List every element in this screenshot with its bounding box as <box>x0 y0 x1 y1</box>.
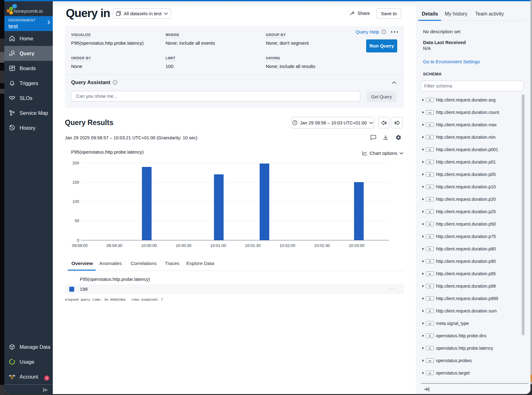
svg-text:10:02:30: 10:02:30 <box>314 243 330 248</box>
svg-text:10:01:30: 10:01:30 <box>245 243 261 248</box>
svg-text:50: 50 <box>75 218 79 223</box>
svg-text:09:59:00: 09:59:00 <box>72 243 88 248</box>
svg-text:0: 0 <box>77 238 79 243</box>
svg-text:200: 200 <box>72 161 79 165</box>
svg-text:?: ? <box>383 30 384 34</box>
svg-text:10:00:30: 10:00:30 <box>176 243 192 248</box>
svg-text:09:59:30: 09:59:30 <box>107 243 122 248</box>
svg-text:honeycomb.io: honeycomb.io <box>14 8 43 14</box>
svg-text:?: ? <box>114 81 116 84</box>
svg-text:10:03:00: 10:03:00 <box>349 243 365 248</box>
svg-text:150: 150 <box>72 180 79 185</box>
svg-text:10:00:00: 10:00:00 <box>141 243 157 248</box>
svg-text:10:01:00: 10:01:00 <box>210 243 226 248</box>
svg-text:10:02:00: 10:02:00 <box>280 243 295 248</box>
svg-text:100: 100 <box>72 199 79 204</box>
